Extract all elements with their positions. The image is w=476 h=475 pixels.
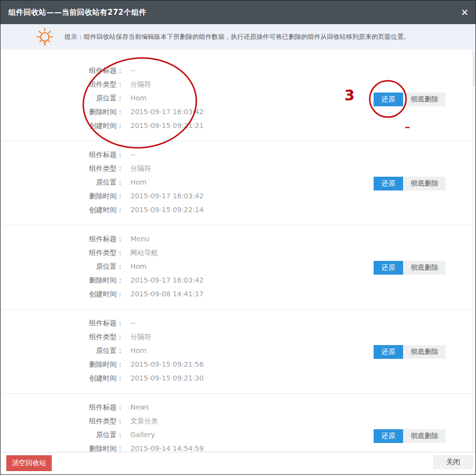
- field-label: 组件类型：: [75, 161, 124, 175]
- field-value: Hom: [130, 91, 147, 105]
- field-label: 组件标题：: [75, 400, 124, 414]
- field-create-time: 创建时间： 2015-09-08 14:41:17: [75, 287, 476, 301]
- field-delete-time: 删除时间： 2015-09-17 16:03:42: [75, 189, 476, 203]
- dialog-header: 组件回收站——当前回收站有272个组件 ✕: [0, 0, 476, 24]
- field-create-time: 创建时间： 2015-09-15 09:21:21: [75, 119, 476, 132]
- field-value: 2015-09-15 09:21:56: [130, 357, 204, 371]
- field-value: News: [130, 400, 149, 414]
- field-value: --: [130, 316, 135, 330]
- field-value: 2015-09-17 16:03:42: [130, 189, 204, 203]
- field-label: 创建时间：: [75, 371, 124, 385]
- field-value: 分隔符: [130, 330, 151, 344]
- field-label: 创建时间：: [75, 119, 124, 132]
- field-label: 原位置：: [75, 259, 124, 273]
- field-create-time: 创建时间： 2015-09-15 09:22:14: [75, 203, 476, 217]
- recycle-item: 组件标题： News 组件类型： 文章分类 原位置： Gallery 删除时间：…: [0, 394, 476, 452]
- restore-button[interactable]: 还原: [374, 261, 403, 275]
- scrollbar-thumb[interactable]: [473, 52, 476, 86]
- field-title: 组件标题： Menu: [75, 232, 476, 246]
- field-value: 2015-09-15 09:21:21: [130, 119, 204, 132]
- field-label: 创建时间：: [75, 287, 124, 301]
- field-label: 组件标题：: [75, 316, 124, 330]
- delete-forever-button[interactable]: 彻底删除: [404, 261, 445, 275]
- field-value: 网站导航: [130, 246, 158, 259]
- field-value: Hom: [130, 344, 147, 357]
- field-label: 创建时间：: [75, 203, 124, 217]
- field-label: 删除时间：: [75, 442, 124, 452]
- item-actions: 还原 彻底删除: [374, 261, 445, 275]
- field-value: 分隔符: [130, 161, 151, 175]
- field-title: 组件标题： News: [75, 400, 476, 414]
- empty-recycle-bin-button[interactable]: 清空回收站: [6, 455, 52, 471]
- recycle-item: 组件标题： Menu 组件类型： 网站导航 原位置： Hom 删除时间： 201…: [0, 225, 476, 310]
- field-label: 原位置：: [75, 428, 124, 442]
- dialog-footer: 清空回收站 关闭: [0, 452, 476, 475]
- field-label: 删除时间：: [75, 273, 124, 287]
- scrollbar-track[interactable]: [473, 50, 476, 452]
- field-label: 删除时间：: [75, 189, 124, 203]
- field-label: 删除时间：: [75, 105, 124, 119]
- tip-text: 提示：组件回收站保存当前编辑版本下所删除的组件数据，执行还原操作可将已删除的组件…: [64, 32, 410, 41]
- field-delete-time: 删除时间： 2015-09-17 16:03:42: [75, 273, 476, 287]
- field-type: 组件类型： 分隔符: [75, 161, 476, 175]
- field-create-time: 创建时间： 2015-09-15 09:21:30: [75, 371, 476, 385]
- delete-forever-button[interactable]: 彻底删除: [404, 93, 445, 106]
- field-label: 原位置：: [75, 344, 124, 357]
- restore-button[interactable]: 还原: [374, 429, 403, 443]
- item-actions: 还原 彻底删除: [374, 93, 445, 106]
- restore-button[interactable]: 还原: [374, 177, 403, 190]
- field-value: --: [130, 148, 135, 161]
- field-label: 组件类型：: [75, 77, 124, 91]
- field-value: 2015-09-14 14:54:59: [130, 442, 204, 452]
- field-label: 组件类型：: [75, 414, 124, 428]
- field-label: 组件标题：: [75, 63, 124, 77]
- field-label: 组件标题：: [75, 232, 124, 246]
- restore-button[interactable]: 还原: [374, 93, 403, 106]
- field-title: 组件标题： --: [75, 316, 476, 330]
- field-title: 组件标题： --: [75, 63, 476, 77]
- field-label: 组件类型：: [75, 246, 124, 259]
- field-label: 删除时间：: [75, 357, 124, 371]
- field-value: --: [130, 63, 135, 77]
- lightbulb-icon: [36, 27, 54, 47]
- field-label: 原位置：: [75, 175, 124, 189]
- field-value: 分隔符: [130, 77, 151, 91]
- field-delete-time: 删除时间： 2015-09-14 14:54:59: [75, 442, 476, 452]
- field-type: 组件类型： 文章分类: [75, 414, 476, 428]
- field-value: 2015-09-15 09:21:30: [130, 371, 204, 385]
- field-value: Menu: [130, 232, 149, 246]
- tip-bar: 提示：组件回收站保存当前编辑版本下所删除的组件数据，执行还原操作可将已删除的组件…: [0, 24, 476, 50]
- field-label: 组件类型：: [75, 330, 124, 344]
- delete-forever-button[interactable]: 彻底删除: [404, 177, 445, 190]
- recycle-item: 组件标题： -- 组件类型： 分隔符 原位置： Hom 删除时间： 2015-0…: [0, 141, 476, 225]
- delete-forever-button[interactable]: 彻底删除: [404, 345, 445, 359]
- field-value: Gallery: [130, 428, 155, 442]
- recycle-item: 组件标题： -- 组件类型： 分隔符 原位置： Hom 删除时间： 2015-0…: [0, 57, 476, 141]
- field-type: 组件类型： 分隔符: [75, 77, 476, 91]
- field-delete-time: 删除时间： 2015-09-15 09:21:56: [75, 357, 476, 371]
- field-label: 组件标题：: [75, 148, 124, 161]
- field-delete-time: 删除时间： 2015-09-17 16:03:42: [75, 105, 476, 119]
- field-type: 组件类型： 网站导航: [75, 246, 476, 259]
- restore-button[interactable]: 还原: [374, 345, 403, 359]
- item-actions: 还原 彻底删除: [374, 177, 445, 190]
- field-value: 2015-09-17 16:03:42: [130, 105, 204, 119]
- field-value: 2015-09-08 14:41:17: [130, 287, 204, 301]
- recycle-list: 组件标题： -- 组件类型： 分隔符 原位置： Hom 删除时间： 2015-0…: [0, 50, 476, 452]
- field-label: 原位置：: [75, 91, 124, 105]
- close-button[interactable]: 关闭: [433, 455, 473, 469]
- field-value: Hom: [130, 259, 147, 273]
- field-type: 组件类型： 分隔符: [75, 330, 476, 344]
- item-actions: 还原 彻底删除: [374, 345, 445, 359]
- delete-forever-button[interactable]: 彻底删除: [404, 429, 445, 443]
- field-value: 2015-09-17 16:03:42: [130, 273, 204, 287]
- field-value: 2015-09-15 09:22:14: [130, 203, 204, 217]
- field-value: 文章分类: [130, 414, 158, 428]
- close-icon[interactable]: ✕: [458, 6, 471, 19]
- field-value: Hom: [130, 175, 147, 189]
- page-title: 组件回收站——当前回收站有272个组件: [8, 8, 147, 17]
- recycle-bin-dialog: 组件回收站——当前回收站有272个组件 ✕ 提示：组件回收站保存当前编辑版本下所…: [0, 0, 476, 475]
- recycle-item: 组件标题： -- 组件类型： 分隔符 原位置： Hom 删除时间： 2015-0…: [0, 310, 476, 394]
- field-title: 组件标题： --: [75, 148, 476, 161]
- item-actions: 还原 彻底删除: [374, 429, 445, 443]
